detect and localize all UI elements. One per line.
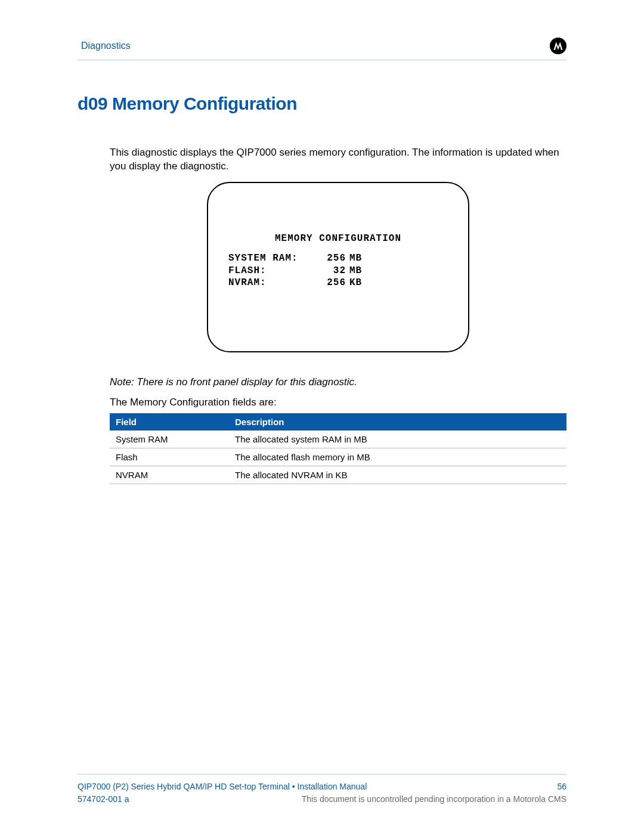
screen-row-unit: KB (346, 277, 362, 289)
table-header-row: Field Description (110, 413, 566, 431)
screen-row-unit: MB (346, 265, 362, 277)
cell-desc: The allocated flash memory in MB (229, 448, 566, 466)
col-header-field: Field (110, 413, 229, 431)
table-row: System RAM The allocated system RAM in M… (110, 431, 566, 448)
cell-desc: The allocated system RAM in MB (229, 431, 566, 448)
screen-row-value: 32 (315, 265, 346, 277)
page-number: 56 (557, 781, 566, 793)
footer-doc-title: QIP7000 (P2) Series Hybrid QAM/IP HD Set… (78, 781, 367, 793)
screen-row-label: FLASH: (228, 265, 315, 277)
screen-title: MEMORY CONFIGURATION (228, 233, 448, 244)
table-row: Flash The allocated flash memory in MB (110, 448, 566, 466)
footer-doc-id: 574702-001 a (78, 793, 129, 806)
diagnostic-screen: MEMORY CONFIGURATION SYSTEM RAM: 256 MB … (207, 182, 469, 352)
footer-line-1: QIP7000 (P2) Series Hybrid QAM/IP HD Set… (78, 781, 566, 793)
screen-row: FLASH: 32 MB (228, 265, 448, 277)
table-intro: The Memory Configuration fields are: (110, 397, 566, 408)
document-page: Diagnostics d09 Memory Configuration Thi… (0, 0, 644, 833)
screen-row-label: SYSTEM RAM: (228, 252, 315, 265)
screen-row: NVRAM: 256 KB (228, 277, 448, 289)
screen-row-value: 256 (315, 277, 346, 289)
cell-desc: The allocated NVRAM in KB (229, 466, 566, 484)
cell-field: NVRAM (110, 466, 229, 484)
header-divider (78, 60, 566, 60)
screen-row-label: NVRAM: (228, 277, 315, 289)
screen-row-value: 256 (315, 252, 346, 265)
cell-field: System RAM (110, 431, 229, 448)
intro-paragraph: This diagnostic displays the QIP7000 ser… (110, 146, 566, 174)
footer-disclaimer: This document is uncontrolled pending in… (302, 793, 566, 806)
page-footer: QIP7000 (P2) Series Hybrid QAM/IP HD Set… (78, 774, 566, 806)
fields-table: Field Description System RAM The allocat… (110, 413, 566, 484)
screen-row: SYSTEM RAM: 256 MB (228, 252, 448, 265)
col-header-desc: Description (229, 413, 566, 431)
page-header: Diagnostics (78, 36, 566, 56)
footer-divider (78, 774, 566, 775)
cell-field: Flash (110, 448, 229, 466)
section-heading: d09 Memory Configuration (78, 94, 566, 114)
footer-line-2: 574702-001 a This document is uncontroll… (78, 793, 566, 806)
section-body: This diagnostic displays the QIP7000 ser… (78, 146, 566, 484)
screen-row-unit: MB (346, 252, 362, 265)
table-row: NVRAM The allocated NVRAM in KB (110, 466, 566, 484)
breadcrumb: Diagnostics (78, 41, 131, 51)
note-paragraph: Note: There is no front panel display fo… (110, 376, 566, 388)
motorola-logo-icon (550, 38, 566, 54)
